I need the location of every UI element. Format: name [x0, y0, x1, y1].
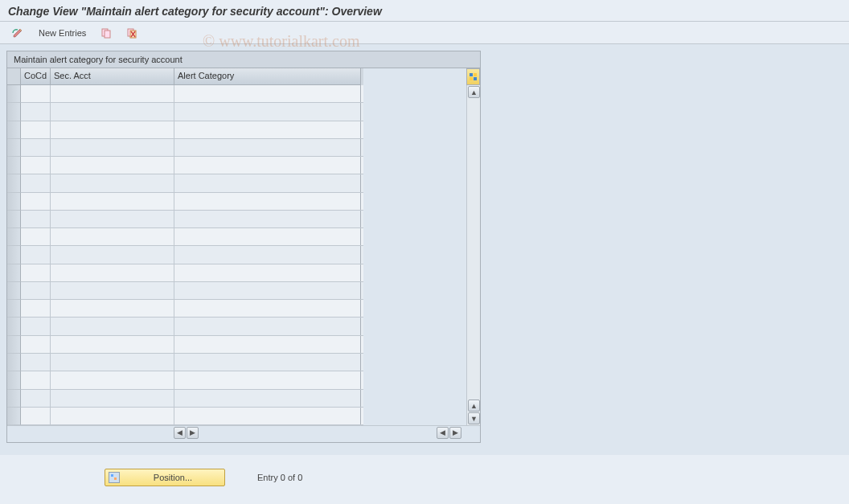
table-row[interactable] — [21, 318, 363, 335]
cell-cocd[interactable] — [21, 300, 51, 317]
table-row[interactable] — [21, 193, 363, 211]
cell-sec-acct[interactable] — [51, 121, 174, 138]
table-row[interactable] — [21, 85, 363, 103]
cell-alert-category[interactable] — [174, 174, 361, 191]
cell-cocd[interactable] — [21, 408, 51, 424]
row-selector[interactable] — [7, 193, 21, 211]
cell-cocd[interactable] — [21, 371, 51, 388]
new-entries-button[interactable]: New Entries — [34, 27, 91, 39]
row-selector[interactable] — [7, 371, 21, 389]
column-header-cocd[interactable]: CoCd — [21, 68, 51, 85]
cell-cocd[interactable] — [21, 211, 51, 227]
cell-alert-category[interactable] — [174, 371, 361, 388]
row-selector[interactable] — [7, 103, 21, 121]
cell-sec-acct[interactable] — [51, 85, 174, 102]
table-row[interactable] — [21, 336, 363, 354]
vertical-scrollbar[interactable]: ▲ ▲ ▼ — [466, 68, 480, 425]
table-row[interactable] — [21, 371, 363, 389]
cell-alert-category[interactable] — [174, 121, 361, 138]
position-button[interactable]: Position... — [105, 469, 225, 486]
row-selector[interactable] — [7, 211, 21, 228]
cell-cocd[interactable] — [21, 336, 51, 353]
cell-sec-acct[interactable] — [51, 354, 174, 371]
scroll-left-button[interactable]: ◀ — [174, 427, 186, 439]
cell-alert-category[interactable] — [174, 300, 361, 317]
row-selector[interactable] — [7, 408, 21, 425]
cell-sec-acct[interactable] — [51, 157, 174, 174]
cell-sec-acct[interactable] — [51, 408, 174, 424]
row-selector[interactable] — [7, 157, 21, 174]
table-row[interactable] — [21, 408, 363, 425]
cell-cocd[interactable] — [21, 121, 51, 138]
cell-alert-category[interactable] — [174, 354, 361, 371]
cell-cocd[interactable] — [21, 193, 51, 210]
cell-alert-category[interactable] — [174, 157, 361, 174]
cell-alert-category[interactable] — [174, 282, 361, 299]
scroll-right-end-button[interactable]: ▶ — [449, 427, 461, 439]
row-selector[interactable] — [7, 282, 21, 300]
cell-cocd[interactable] — [21, 354, 51, 371]
cell-alert-category[interactable] — [174, 228, 361, 245]
row-selector[interactable] — [7, 121, 21, 139]
cell-alert-category[interactable] — [174, 336, 361, 353]
row-selector[interactable] — [7, 354, 21, 371]
table-row[interactable] — [21, 174, 363, 192]
table-row[interactable] — [21, 390, 363, 408]
cell-alert-category[interactable] — [174, 211, 361, 227]
table-row[interactable] — [21, 264, 363, 282]
scroll-right-button[interactable]: ▶ — [187, 427, 199, 439]
cell-cocd[interactable] — [21, 282, 51, 299]
table-row[interactable] — [21, 103, 363, 121]
cell-sec-acct[interactable] — [51, 193, 174, 210]
cell-alert-category[interactable] — [174, 408, 361, 424]
cell-alert-category[interactable] — [174, 193, 361, 210]
cell-sec-acct[interactable] — [51, 371, 174, 388]
row-selector[interactable] — [7, 139, 21, 157]
table-row[interactable] — [21, 246, 363, 264]
row-selector[interactable] — [7, 264, 21, 282]
select-all-button[interactable] — [7, 68, 21, 85]
cell-cocd[interactable] — [21, 157, 51, 174]
column-header-sec-acct[interactable]: Sec. Acct — [51, 68, 174, 85]
cell-sec-acct[interactable] — [51, 336, 174, 353]
cell-cocd[interactable] — [21, 390, 51, 407]
cell-sec-acct[interactable] — [51, 282, 174, 299]
cell-alert-category[interactable] — [174, 103, 361, 120]
cell-cocd[interactable] — [21, 264, 51, 281]
table-settings-button[interactable] — [466, 68, 480, 85]
cell-cocd[interactable] — [21, 246, 51, 263]
table-row[interactable] — [21, 300, 363, 318]
row-selector[interactable] — [7, 390, 21, 408]
cell-sec-acct[interactable] — [51, 390, 174, 407]
cell-sec-acct[interactable] — [51, 139, 174, 156]
cell-sec-acct[interactable] — [51, 228, 174, 245]
cell-cocd[interactable] — [21, 85, 51, 102]
cell-alert-category[interactable] — [174, 246, 361, 263]
table-row[interactable] — [21, 157, 363, 174]
row-selector[interactable] — [7, 174, 21, 192]
table-row[interactable] — [21, 282, 363, 300]
cell-alert-category[interactable] — [174, 85, 361, 102]
row-selector[interactable] — [7, 228, 21, 246]
cell-sec-acct[interactable] — [51, 264, 174, 281]
scroll-down-button[interactable]: ▼ — [468, 412, 480, 424]
cell-sec-acct[interactable] — [51, 300, 174, 317]
row-selector[interactable] — [7, 300, 21, 318]
cell-sec-acct[interactable] — [51, 103, 174, 120]
cell-sec-acct[interactable] — [51, 246, 174, 263]
table-row[interactable] — [21, 211, 363, 228]
cell-cocd[interactable] — [21, 174, 51, 191]
delete-button[interactable] — [121, 24, 142, 42]
cell-cocd[interactable] — [21, 139, 51, 156]
cell-alert-category[interactable] — [174, 264, 361, 281]
row-selector[interactable] — [7, 85, 21, 103]
scroll-up-button[interactable]: ▲ — [468, 86, 480, 98]
row-selector[interactable] — [7, 246, 21, 264]
cell-sec-acct[interactable] — [51, 318, 174, 334]
table-row[interactable] — [21, 228, 363, 246]
cell-alert-category[interactable] — [174, 318, 361, 334]
cell-cocd[interactable] — [21, 228, 51, 245]
table-row[interactable] — [21, 139, 363, 157]
row-selector[interactable] — [7, 318, 21, 335]
cell-alert-category[interactable] — [174, 139, 361, 156]
